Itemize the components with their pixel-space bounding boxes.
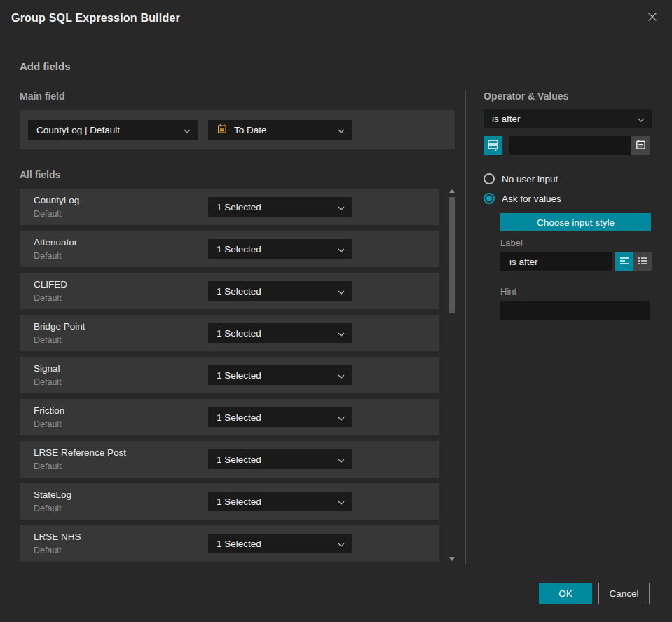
align-left-icon [619, 255, 630, 269]
ok-button[interactable]: OK [539, 583, 592, 604]
chevron-down-icon [332, 454, 345, 465]
chevron-down-icon [332, 125, 345, 135]
field-row-text: CountyLog Default [34, 194, 79, 220]
field-selection-value: 1 Selected [217, 370, 332, 381]
group-sql-expression-builder-dialog: Group SQL Expression Builder Add fields … [0, 0, 672, 622]
field-row: CountyLog Default 1 Selected [20, 189, 439, 225]
ask-for-values-options: Choose input style Label [500, 212, 652, 320]
label-input[interactable] [500, 252, 612, 271]
chevron-down-icon [332, 328, 345, 339]
field-row: Attenuator Default 1 Selected [20, 231, 439, 267]
main-field-dropdown-value: CountyLog | Default [36, 125, 178, 135]
operator-dropdown[interactable]: is after [484, 109, 652, 128]
chevron-down-icon [332, 412, 345, 423]
radio-ask-for-values[interactable]: Ask for values [484, 193, 652, 204]
field-row: StateLog Default 1 Selected [20, 483, 439, 520]
field-row-text: Friction Default [34, 405, 64, 431]
list-icon [637, 255, 648, 269]
field-name: Friction [34, 405, 64, 417]
date-picker-button[interactable] [631, 136, 650, 155]
main-field-dropdown[interactable]: CountyLog | Default [28, 120, 198, 140]
field-selection-dropdown[interactable]: 1 Selected [208, 365, 352, 385]
field-subtitle: Default [34, 503, 71, 515]
field-subtitle: Default [34, 292, 67, 304]
field-name: LRSE NHS [34, 531, 81, 543]
calendar-icon [217, 123, 228, 137]
vertical-divider [465, 90, 466, 564]
field-selection-value: 1 Selected [217, 202, 332, 212]
field-subtitle: Default [34, 250, 77, 262]
dialog-footer: OK Cancel [539, 583, 650, 604]
field-row-text: LRSE Reference Post Default [34, 447, 126, 473]
field-name: Signal [34, 363, 62, 375]
field-row: LRSE NHS Default 1 Selected [20, 525, 439, 562]
field-subtitle: Default [34, 334, 85, 346]
chevron-down-icon [632, 114, 645, 124]
field-row-text: LRSE NHS Default [34, 531, 81, 557]
field-row-text: Signal Default [34, 363, 62, 388]
field-selection-dropdown[interactable]: 1 Selected [208, 534, 352, 553]
dialog-body: Add fields Main field CountyLog | Defaul… [0, 36, 672, 564]
main-field-label: Main field [20, 90, 455, 102]
scrollbar[interactable] [448, 189, 455, 562]
operator-dropdown-value: is after [492, 114, 632, 124]
main-field-panel: CountyLog | Default [20, 110, 455, 149]
date-mode-dropdown-value: To Date [234, 125, 332, 135]
field-selection-dropdown[interactable]: 1 Selected [208, 197, 352, 217]
unique-values-icon [486, 138, 500, 154]
field-selection-dropdown[interactable]: 1 Selected [208, 281, 352, 301]
scroll-down-icon[interactable] [449, 557, 455, 561]
unique-values-button[interactable] [484, 136, 502, 155]
radio-no-user-input[interactable]: No user input [484, 173, 652, 184]
dialog-title: Group SQL Expression Builder [11, 12, 180, 25]
single-value-style-button[interactable] [615, 252, 633, 271]
scroll-up-icon[interactable] [449, 189, 455, 193]
field-row: Friction Default 1 Selected [20, 399, 439, 435]
field-selection-value: 1 Selected [217, 244, 332, 255]
field-selection-value: 1 Selected [217, 412, 332, 423]
value-input[interactable] [509, 136, 631, 155]
field-name: CountyLog [34, 194, 79, 207]
field-name: CLIFED [34, 278, 67, 291]
operator-values-title: Operator & Values [484, 90, 652, 102]
label-field-label: Label [500, 238, 652, 248]
chevron-down-icon [332, 244, 345, 255]
list-style-button[interactable] [633, 252, 652, 271]
radio-unselected-icon [484, 173, 495, 184]
field-row: Bridge Point Default 1 Selected [20, 315, 439, 351]
radio-no-user-input-label: No user input [502, 174, 558, 184]
field-row: LRSE Reference Post Default 1 Selected [20, 441, 439, 478]
choose-input-style-button[interactable]: Choose input style [500, 213, 651, 231]
titlebar: Group SQL Expression Builder [0, 0, 672, 36]
field-selection-dropdown[interactable]: 1 Selected [208, 407, 352, 427]
field-name: Attenuator [34, 236, 77, 249]
field-row-text: StateLog Default [34, 489, 71, 515]
field-selection-dropdown[interactable]: 1 Selected [208, 323, 352, 343]
field-selection-value: 1 Selected [217, 454, 332, 465]
field-selection-dropdown[interactable]: 1 Selected [208, 239, 352, 259]
field-selection-dropdown[interactable]: 1 Selected [208, 492, 352, 511]
field-selection-dropdown[interactable]: 1 Selected [208, 449, 352, 469]
radio-ask-for-values-label: Ask for values [502, 194, 561, 204]
chevron-down-icon [332, 370, 345, 381]
all-fields-label: All fields [20, 169, 455, 180]
field-selection-value: 1 Selected [217, 539, 332, 549]
field-name: StateLog [34, 489, 71, 501]
close-button[interactable] [644, 10, 661, 27]
cancel-button[interactable]: Cancel [598, 583, 650, 604]
all-fields-list: CountyLog Default 1 Selected [20, 189, 439, 562]
field-selection-value: 1 Selected [217, 496, 332, 507]
field-row: Signal Default 1 Selected [20, 357, 439, 393]
field-row-text: CLIFED Default [34, 278, 67, 304]
chevron-down-icon [332, 539, 345, 549]
field-row: CLIFED Default 1 Selected [20, 273, 439, 309]
hint-input[interactable] [500, 301, 650, 320]
field-row-text: Attenuator Default [34, 236, 77, 262]
field-row-text: Bridge Point Default [34, 320, 85, 346]
scrollbar-thumb[interactable] [449, 197, 455, 313]
date-mode-dropdown[interactable]: To Date [208, 120, 352, 140]
radio-selected-icon [484, 193, 495, 204]
field-subtitle: Default [34, 419, 64, 431]
calendar-icon [635, 139, 647, 153]
field-subtitle: Default [34, 545, 81, 557]
